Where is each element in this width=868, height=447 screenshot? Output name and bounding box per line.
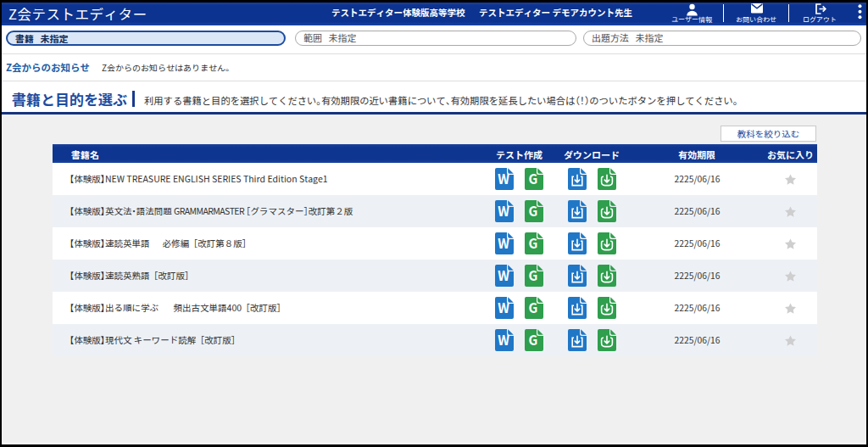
svg-text:G: G <box>529 299 538 316</box>
svg-text:W: W <box>498 202 509 220</box>
svg-text:G: G <box>529 202 538 220</box>
svg-text:G: G <box>529 170 538 187</box>
svg-text:W: W <box>498 170 509 187</box>
svg-text:G: G <box>529 234 538 252</box>
svg-text:W: W <box>498 299 509 316</box>
svg-text:G: G <box>529 266 538 284</box>
svg-text:W: W <box>498 266 509 284</box>
svg-text:G: G <box>529 331 538 349</box>
svg-text:W: W <box>498 234 509 252</box>
svg-text:W: W <box>498 331 509 349</box>
